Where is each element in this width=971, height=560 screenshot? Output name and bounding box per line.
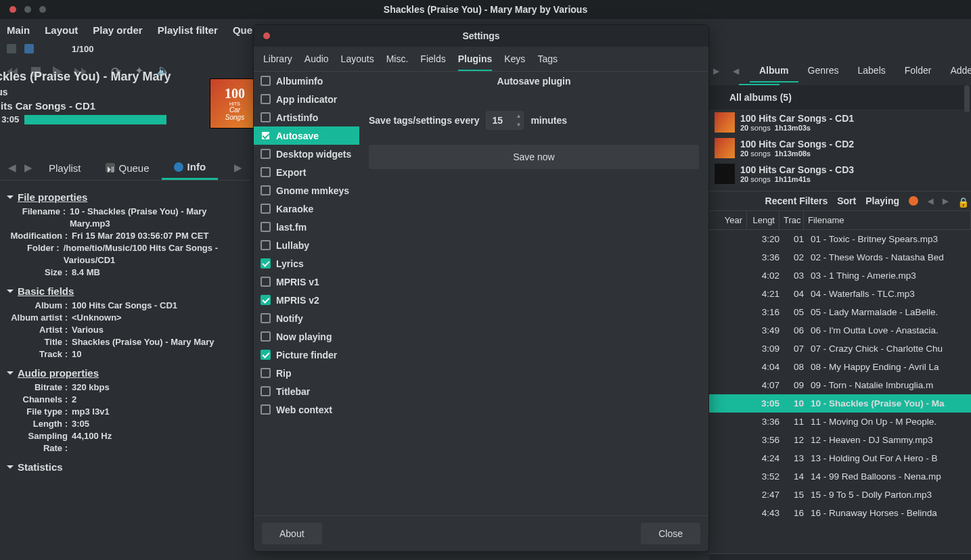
settings-tab-plugins[interactable]: Plugins <box>458 53 493 71</box>
plugin-row-mpris-v2[interactable]: MPRIS v2 <box>254 291 359 309</box>
track-row[interactable]: 3:361111 - Moving On Up - M People. <box>709 413 971 431</box>
section-statistics[interactable]: Statistics <box>7 461 244 471</box>
progress-bar[interactable] <box>24 115 166 124</box>
playing-button[interactable]: Playing <box>865 195 899 206</box>
tab-nav-play-icon[interactable]: ▶ <box>20 159 37 177</box>
lock-icon[interactable]: 🔒 <box>957 197 966 205</box>
tab-info[interactable]: Info <box>162 156 219 180</box>
section-file-properties[interactable]: File properties <box>7 191 244 203</box>
chevron-right-icon[interactable]: ▶ <box>943 197 948 206</box>
horizontal-scrollbar[interactable] <box>709 553 971 560</box>
settings-tab-library[interactable]: Library <box>263 53 292 71</box>
plugin-row-titlebar[interactable]: Titlebar <box>254 382 359 400</box>
plugin-row-last-fm[interactable]: last.fm <box>254 218 359 236</box>
track-row[interactable]: 3:090707 - Crazy Chick - Charlotte Chu <box>709 340 971 358</box>
plugin-checkbox[interactable] <box>261 368 271 378</box>
plugin-row-picture-finder[interactable]: Picture finder <box>254 346 359 364</box>
album-item[interactable]: 100 Hits Car Songs - CD120 songs 1h13m03… <box>709 110 971 135</box>
plugin-checkbox[interactable] <box>261 167 271 177</box>
plugin-checkbox[interactable] <box>261 76 271 86</box>
chevron-left-icon[interactable]: ◀ <box>928 197 933 206</box>
tab-nav-right-icon[interactable]: ▶ <box>230 159 246 177</box>
spin-down-icon[interactable]: ▼ <box>514 120 523 129</box>
track-row[interactable]: 3:521414 - 99 Red Balloons - Nena.mp <box>709 467 971 486</box>
track-row[interactable]: 3:160505 - Lady Marmalade - LaBelle. <box>709 303 971 321</box>
track-row[interactable]: 3:051010 - Shackles (Praise You) - Ma <box>709 394 971 413</box>
col-year[interactable]: Year <box>709 211 747 229</box>
plugin-checkbox[interactable] <box>261 94 271 104</box>
spin-up-icon[interactable]: ▲ <box>514 112 523 120</box>
plugin-row-autosave[interactable]: Autosave <box>254 126 359 145</box>
track-row[interactable]: 4:431616 - Runaway Horses - Belinda <box>709 504 971 522</box>
plugin-checkbox[interactable] <box>261 404 271 415</box>
plugin-checkbox[interactable] <box>261 350 271 360</box>
save-every-input[interactable] <box>487 112 514 129</box>
btab-added[interactable]: Added <box>941 60 971 83</box>
btab-genres[interactable]: Genres <box>798 60 849 83</box>
plugin-checkbox[interactable] <box>261 131 271 141</box>
tab-queue[interactable]: ⏯Queue <box>93 157 162 179</box>
track-row[interactable]: 3:200101 - Toxic - Britney Spears.mp3 <box>709 230 971 248</box>
settings-tab-layouts[interactable]: Layouts <box>341 53 374 71</box>
track-row[interactable]: 4:020303 - 1 Thing - Amerie.mp3 <box>709 266 971 285</box>
settings-tab-misc[interactable]: Misc. <box>386 53 409 71</box>
plugin-checkbox[interactable] <box>261 204 271 214</box>
about-button[interactable]: About <box>262 523 322 544</box>
menu-main[interactable]: Main <box>7 24 30 36</box>
settings-tab-keys[interactable]: Keys <box>504 53 525 71</box>
settings-tab-tags[interactable]: Tags <box>537 53 558 71</box>
all-albums[interactable]: All albums (5) <box>709 85 971 110</box>
plugin-checkbox[interactable] <box>261 277 271 287</box>
track-row[interactable]: 4:210404 - Waterfalls - TLC.mp3 <box>709 285 971 303</box>
menu-playlistfilter[interactable]: Playlist filter <box>158 24 218 36</box>
plugin-checkbox[interactable] <box>261 313 271 323</box>
plugin-checkbox[interactable] <box>261 112 271 122</box>
track-row[interactable]: 4:070909 - Torn - Natalie Imbruglia.m <box>709 376 971 394</box>
tab-playlist[interactable]: Playlist <box>37 157 93 179</box>
settings-tab-fields[interactable]: Fields <box>420 53 445 71</box>
plugin-row-gnome-mmkeys[interactable]: Gnome mmkeys <box>254 181 359 200</box>
play-indicator-icon[interactable] <box>909 196 918 206</box>
save-now-button[interactable]: Save now <box>369 145 699 169</box>
plugin-checkbox[interactable] <box>261 331 271 342</box>
album-cover[interactable]: 100HITSCarSongs <box>210 78 260 129</box>
track-row[interactable]: 3:360202 - These Words - Natasha Bed <box>709 248 971 266</box>
col-track[interactable]: Trac <box>780 211 804 229</box>
plugin-row-now-playing[interactable]: Now playing <box>254 327 359 346</box>
chevron-left-icon[interactable]: ◀ <box>730 66 742 76</box>
sort-button[interactable]: Sort <box>837 195 856 206</box>
plugin-checkbox[interactable] <box>261 258 271 269</box>
col-filename[interactable]: Filename <box>804 211 971 229</box>
plugin-row-mpris-v1[interactable]: MPRIS v1 <box>254 273 359 291</box>
plugin-row-rip[interactable]: Rip <box>254 364 359 382</box>
plugin-row-export[interactable]: Export <box>254 163 359 181</box>
track-row[interactable]: 2:471515 - 9 To 5 - Dolly Parton.mp3 <box>709 486 971 504</box>
plugin-row-notify[interactable]: Notify <box>254 309 359 327</box>
plugin-checkbox[interactable] <box>261 222 271 232</box>
plugin-row-lullaby[interactable]: Lullaby <box>254 236 359 254</box>
scrollbar[interactable] <box>964 85 970 112</box>
album-item[interactable]: 100 Hits Car Songs - CD320 songs 1h11m41… <box>709 161 971 187</box>
section-audio-properties[interactable]: Audio properties <box>7 367 244 379</box>
plugin-row-web-context[interactable]: Web context <box>254 400 359 419</box>
monitor-icon[interactable] <box>24 44 34 53</box>
plugin-row-karaoke[interactable]: Karaoke <box>254 200 359 218</box>
plugin-checkbox[interactable] <box>261 240 271 250</box>
close-button[interactable]: Close <box>641 523 700 544</box>
track-row[interactable]: 4:040808 - My Happy Ending - Avril La <box>709 358 971 376</box>
track-row[interactable]: 3:490606 - I'm Outta Love - Anastacia. <box>709 321 971 340</box>
col-length[interactable]: Lengt <box>747 211 780 229</box>
track-row[interactable]: 3:561212 - Heaven - DJ Sammy.mp3 <box>709 431 971 449</box>
plugin-row-albuminfo[interactable]: Albuminfo <box>254 72 359 90</box>
disc-icon[interactable] <box>7 44 16 53</box>
menu-layout[interactable]: Layout <box>45 24 78 36</box>
menu-playorder[interactable]: Play order <box>93 24 142 36</box>
plugin-row-artistinfo[interactable]: Artistinfo <box>254 108 359 126</box>
plugin-row-desktop-widgets[interactable]: Desktop widgets <box>254 145 359 163</box>
tab-nav-left-icon[interactable]: ◀ <box>4 159 20 177</box>
settings-tab-audio[interactable]: Audio <box>304 53 329 71</box>
plugin-row-app-indicator[interactable]: App indicator <box>254 90 359 108</box>
section-basic-fields[interactable]: Basic fields <box>7 285 244 297</box>
plugin-checkbox[interactable] <box>261 149 271 159</box>
plugin-checkbox[interactable] <box>261 295 271 305</box>
